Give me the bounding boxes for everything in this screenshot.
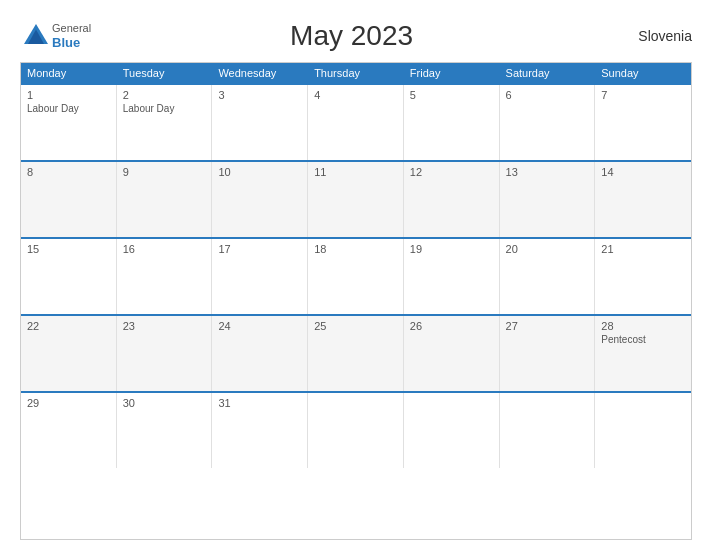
cell-event: Pentecost <box>601 334 685 345</box>
cell-number: 11 <box>314 166 397 178</box>
calendar-body: 1Labour Day2Labour Day345678910111213141… <box>21 83 691 468</box>
week-row-3: 15161718192021 <box>21 237 691 314</box>
cell-number: 30 <box>123 397 206 409</box>
cell-number: 17 <box>218 243 301 255</box>
day-header-saturday: Saturday <box>500 63 596 83</box>
cell-number: 7 <box>601 89 685 101</box>
calendar-cell: 21 <box>595 239 691 314</box>
calendar-cell <box>404 393 500 468</box>
calendar-cell: 9 <box>117 162 213 237</box>
calendar-cell: 28Pentecost <box>595 316 691 391</box>
calendar-cell: 22 <box>21 316 117 391</box>
cell-number: 1 <box>27 89 110 101</box>
cell-number: 14 <box>601 166 685 178</box>
calendar-cell <box>308 393 404 468</box>
calendar-cell: 1Labour Day <box>21 85 117 160</box>
calendar-cell: 20 <box>500 239 596 314</box>
calendar-cell: 10 <box>212 162 308 237</box>
calendar-cell <box>595 393 691 468</box>
calendar-cell: 19 <box>404 239 500 314</box>
calendar-cell: 13 <box>500 162 596 237</box>
header: General Blue May 2023 Slovenia <box>20 20 692 52</box>
day-header-friday: Friday <box>404 63 500 83</box>
cell-number: 8 <box>27 166 110 178</box>
cell-number: 13 <box>506 166 589 178</box>
cell-number: 26 <box>410 320 493 332</box>
cell-number: 20 <box>506 243 589 255</box>
cell-number: 23 <box>123 320 206 332</box>
cell-number: 22 <box>27 320 110 332</box>
cell-number: 6 <box>506 89 589 101</box>
cell-number: 28 <box>601 320 685 332</box>
week-row-4: 22232425262728Pentecost <box>21 314 691 391</box>
day-header-tuesday: Tuesday <box>117 63 213 83</box>
calendar-cell: 16 <box>117 239 213 314</box>
calendar-cell: 5 <box>404 85 500 160</box>
cell-number: 12 <box>410 166 493 178</box>
cell-number: 2 <box>123 89 206 101</box>
calendar-cell: 24 <box>212 316 308 391</box>
cell-number: 31 <box>218 397 301 409</box>
calendar-cell: 14 <box>595 162 691 237</box>
cell-number: 3 <box>218 89 301 101</box>
calendar: MondayTuesdayWednesdayThursdayFridaySatu… <box>20 62 692 540</box>
logo: General Blue <box>20 20 91 52</box>
calendar-cell: 18 <box>308 239 404 314</box>
calendar-cell: 17 <box>212 239 308 314</box>
calendar-cell: 8 <box>21 162 117 237</box>
cell-number: 25 <box>314 320 397 332</box>
calendar-cell: 6 <box>500 85 596 160</box>
calendar-title: May 2023 <box>91 20 612 52</box>
cell-number: 10 <box>218 166 301 178</box>
calendar-cell: 25 <box>308 316 404 391</box>
calendar-cell: 2Labour Day <box>117 85 213 160</box>
cell-number: 18 <box>314 243 397 255</box>
calendar-cell: 7 <box>595 85 691 160</box>
logo-line1: General <box>52 22 91 35</box>
day-header-thursday: Thursday <box>308 63 404 83</box>
week-row-5: 293031 <box>21 391 691 468</box>
cell-number: 24 <box>218 320 301 332</box>
week-row-1: 1Labour Day2Labour Day34567 <box>21 83 691 160</box>
cell-number: 21 <box>601 243 685 255</box>
cell-number: 27 <box>506 320 589 332</box>
calendar-cell: 4 <box>308 85 404 160</box>
logo-line2: Blue <box>52 35 91 51</box>
calendar-cell: 26 <box>404 316 500 391</box>
cell-number: 16 <box>123 243 206 255</box>
day-header-monday: Monday <box>21 63 117 83</box>
cell-number: 4 <box>314 89 397 101</box>
calendar-cell: 30 <box>117 393 213 468</box>
cell-number: 29 <box>27 397 110 409</box>
cell-event: Labour Day <box>27 103 110 114</box>
calendar-cell: 12 <box>404 162 500 237</box>
calendar-cell: 3 <box>212 85 308 160</box>
calendar-cell: 23 <box>117 316 213 391</box>
cell-number: 15 <box>27 243 110 255</box>
calendar-cell: 15 <box>21 239 117 314</box>
calendar-cell: 11 <box>308 162 404 237</box>
country-label: Slovenia <box>612 28 692 44</box>
page: General Blue May 2023 Slovenia MondayTue… <box>0 0 712 550</box>
cell-event: Labour Day <box>123 103 206 114</box>
day-header-wednesday: Wednesday <box>212 63 308 83</box>
calendar-cell: 27 <box>500 316 596 391</box>
cell-number: 19 <box>410 243 493 255</box>
calendar-cell <box>500 393 596 468</box>
cell-number: 9 <box>123 166 206 178</box>
calendar-cell: 31 <box>212 393 308 468</box>
week-row-2: 891011121314 <box>21 160 691 237</box>
calendar-cell: 29 <box>21 393 117 468</box>
logo-icon <box>20 20 52 52</box>
day-header-sunday: Sunday <box>595 63 691 83</box>
logo-label: General Blue <box>52 22 91 51</box>
cell-number: 5 <box>410 89 493 101</box>
calendar-days-header: MondayTuesdayWednesdayThursdayFridaySatu… <box>21 63 691 83</box>
